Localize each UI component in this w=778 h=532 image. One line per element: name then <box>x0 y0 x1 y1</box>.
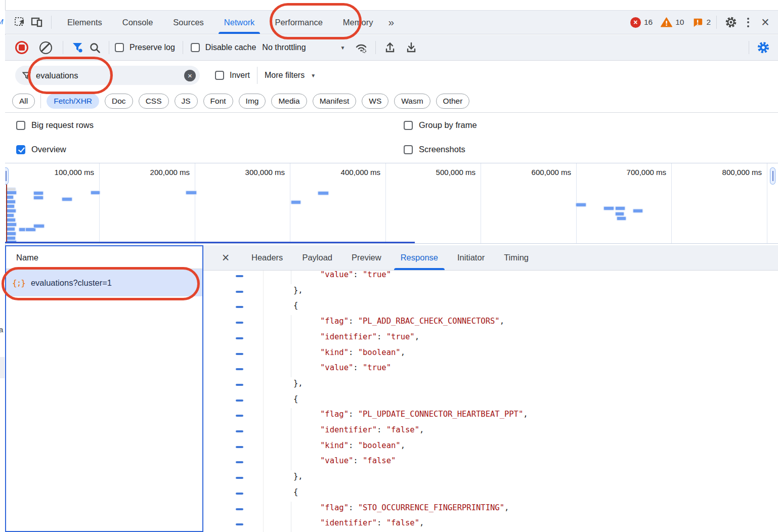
fold-marker-icon[interactable] <box>236 477 243 479</box>
fold-marker-icon[interactable] <box>236 461 243 463</box>
detail-tab-headers[interactable]: Headers <box>242 245 292 270</box>
group-by-frame-checkbox[interactable]: Group by frame <box>404 120 477 130</box>
warning-badge[interactable]: 10 <box>661 17 684 28</box>
type-chip-img[interactable]: Img <box>239 94 266 109</box>
inspect-element-icon[interactable] <box>11 14 28 31</box>
overview-tick-label: 400,000 ms <box>305 168 380 176</box>
response-code-text: "value": "true" <box>320 363 391 372</box>
screenshots-checkbox[interactable]: Screenshots <box>404 145 465 154</box>
fold-marker-icon[interactable] <box>236 306 243 308</box>
response-body-viewer[interactable]: "value": "true"},{"flag": "PL_ADD_RBAC_C… <box>203 271 778 532</box>
overview-window-handle[interactable] <box>5 167 9 185</box>
fold-marker-icon[interactable] <box>236 291 243 293</box>
page-fragment-glyph: a <box>0 325 3 334</box>
type-chip-fetch-xhr[interactable]: Fetch/XHR <box>47 94 99 109</box>
detail-tab-initiator[interactable]: Initiator <box>448 245 494 270</box>
checkbox[interactable] <box>191 43 200 52</box>
type-chip-other[interactable]: Other <box>436 94 470 109</box>
overview-request-bar <box>34 192 43 195</box>
response-line: "identifier": "false", <box>203 517 778 532</box>
fold-marker-icon[interactable] <box>236 446 243 448</box>
filter-funnel-icon[interactable] <box>69 39 86 56</box>
fold-marker-icon[interactable] <box>236 322 243 324</box>
detail-tab-response[interactable]: Response <box>391 245 448 270</box>
close-detail-button[interactable]: × <box>218 250 234 265</box>
tab-sources[interactable]: Sources <box>163 11 214 34</box>
invert-checkbox[interactable]: Invert <box>215 71 250 80</box>
response-code-text: "kind": "boolean", <box>320 441 405 450</box>
disable-cache-checkbox[interactable]: Disable cache <box>191 43 256 52</box>
fold-marker-icon[interactable] <box>236 384 243 386</box>
device-toolbar-icon[interactable] <box>28 14 46 31</box>
record-network-log-button[interactable] <box>15 41 28 54</box>
type-chip-wasm[interactable]: Wasm <box>394 94 430 109</box>
search-icon[interactable] <box>86 39 103 56</box>
filter-text-input[interactable] <box>36 71 184 80</box>
type-chip-all[interactable]: All <box>12 94 35 109</box>
import-har-icon[interactable] <box>381 39 399 56</box>
response-code-text: "value": "false" <box>320 456 396 465</box>
overview-window-handle[interactable] <box>770 167 775 185</box>
more-filters-dropdown[interactable]: More filters ▼ <box>265 71 316 80</box>
response-code-text: "flag": "PL_ADD_RBAC_CHECK_CONNECTORS", <box>320 317 504 326</box>
fold-marker-icon[interactable] <box>236 275 243 277</box>
throttling-dropdown[interactable]: No throttling ▼ <box>262 43 345 52</box>
status-badges: × 16 10 <box>626 17 711 28</box>
fold-marker-icon[interactable] <box>236 493 243 495</box>
settings-gear-icon[interactable] <box>722 14 740 31</box>
big-request-rows-checkbox[interactable]: Big request rows <box>16 120 94 130</box>
fold-marker-icon[interactable] <box>236 523 243 525</box>
request-row-selected[interactable]: {;} evaluations?cluster=1 <box>6 269 202 296</box>
detail-tab-preview[interactable]: Preview <box>342 245 391 270</box>
fold-marker-icon[interactable] <box>236 415 243 417</box>
checkbox[interactable] <box>16 145 25 154</box>
network-conditions-icon[interactable] <box>353 39 370 56</box>
clear-filter-button[interactable]: × <box>184 70 196 81</box>
type-chip-css[interactable]: CSS <box>139 94 169 109</box>
overview-request-bar <box>318 192 328 195</box>
tab-memory[interactable]: Memory <box>333 11 383 34</box>
tab-elements[interactable]: Elements <box>57 11 112 34</box>
overview-request-bar <box>62 198 72 201</box>
checkbox[interactable] <box>16 121 25 130</box>
fold-marker-icon[interactable] <box>236 368 243 370</box>
detail-tab-payload[interactable]: Payload <box>292 245 342 270</box>
type-chip-font[interactable]: Font <box>203 94 233 109</box>
type-chip-media[interactable]: Media <box>271 94 307 109</box>
type-chip-doc[interactable]: Doc <box>105 94 133 109</box>
fold-marker-icon[interactable] <box>236 508 243 510</box>
checkbox[interactable] <box>115 43 124 52</box>
tab-console[interactable]: Console <box>112 11 163 34</box>
fold-marker-icon[interactable] <box>236 430 243 432</box>
issues-badge[interactable]: 2 <box>692 17 711 28</box>
kebab-menu-icon[interactable] <box>740 14 757 31</box>
filter-input-pill[interactable]: × <box>15 66 200 85</box>
checkbox[interactable] <box>404 121 413 130</box>
more-tabs-button[interactable]: » <box>383 16 398 28</box>
tab-network[interactable]: Network <box>214 11 265 34</box>
export-har-icon[interactable] <box>403 39 420 56</box>
close-devtools-button[interactable]: × <box>757 14 774 31</box>
fold-marker-icon[interactable] <box>236 337 243 339</box>
fold-marker-icon[interactable] <box>236 400 243 402</box>
network-overview-timeline[interactable]: 100,000 ms200,000 ms300,000 ms400,000 ms… <box>5 163 778 244</box>
name-column-header[interactable]: Name <box>6 246 202 269</box>
type-chip-js[interactable]: JS <box>175 94 198 109</box>
network-settings-gear-icon[interactable] <box>755 39 772 56</box>
checkbox[interactable] <box>215 71 224 80</box>
checkbox[interactable] <box>404 145 413 154</box>
overview-gridline <box>99 163 100 243</box>
filter-funnel-small-icon <box>22 72 31 79</box>
overview-checkbox[interactable]: Overview <box>16 145 66 154</box>
response-code-text: "identifier": "false", <box>320 518 424 527</box>
fold-marker-icon[interactable] <box>236 353 243 355</box>
invert-label: Invert <box>230 71 250 80</box>
overview-gridline <box>290 163 290 243</box>
type-chip-ws[interactable]: WS <box>362 94 388 109</box>
detail-tab-timing[interactable]: Timing <box>494 245 538 270</box>
preserve-log-checkbox[interactable]: Preserve log <box>115 43 175 52</box>
tab-performance[interactable]: Performance <box>265 11 332 34</box>
clear-network-log-button[interactable] <box>39 41 52 54</box>
error-badge[interactable]: × 16 <box>630 17 653 28</box>
type-chip-manifest[interactable]: Manifest <box>313 94 357 109</box>
